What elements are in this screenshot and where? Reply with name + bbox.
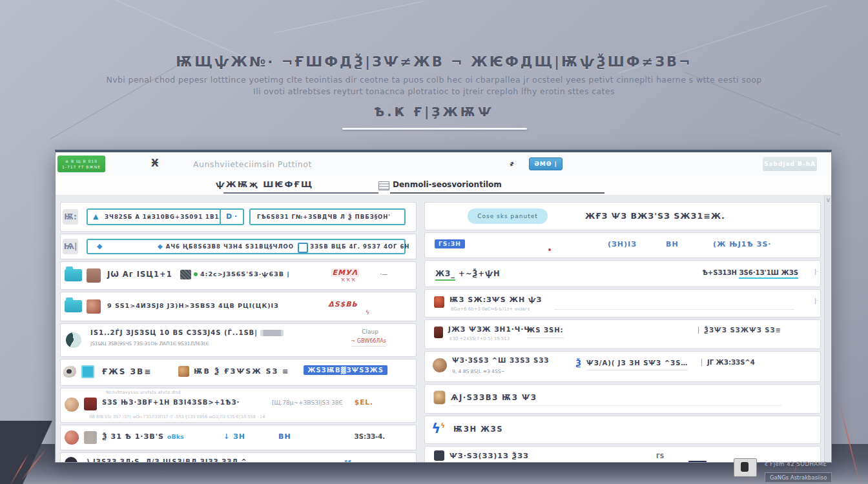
list-item[interactable]: ѦЈ·ЅЗЗВЗ ѬЗ ѰЗ [425,385,820,413]
window-content: ∨ Ѭ: ▲ ЗЧ82ЅБ А 1йЗ10ВG+ЗЅ091 1В1 D · ГѢ… [56,195,831,462]
brown-thumb-icon [178,366,189,377]
inline-link[interactable]: ѕє [344,458,351,462]
list-item[interactable]: ѰЗ·ЗЅЅЗ ^Ш ЗЗЅЗ ЅЗЗ 9, 4 8Ѕ 8Ѕ(L ≡З 4ЅЅ~… [425,352,820,381]
item-right-text: Ѣ+ЅЗ1ЗН ЗЅ6·1З'1Ш ЖЗЅ [702,269,798,276]
list-item[interactable]: ЖЗ_ +~Ѯ+ѱН Ѣ+ЅЗ1ЗН ЗЅ6·1З'1Ш ЖЗЅ |· [425,261,820,287]
chevron-down-icon[interactable]: ∨ [826,196,831,203]
sell-label[interactable]: $EL. [355,398,373,406]
search-input-2[interactable]: ГѢ6Ѕ8З1 Г№+ЗЅВДЧВ Л Ѯ ПВБЗ§ОН' [249,208,406,225]
divider-line [554,309,794,310]
item-subtitle: 9, 4 8Ѕ 8Ѕ(L ≡З 4ЅЅ~ [452,368,505,374]
tab-secondary-underline [390,192,604,194]
lightning-icon: ϟ [431,420,441,436]
right-column: Cose sks panutet ЖҒЗ ѰЗ ВЖЗ'ЅЗ ЅЖЗ1≡Ж. Г… [425,203,820,462]
filter-checkbox[interactable] [298,243,308,253]
avatar [65,398,79,412]
more-icon[interactable]: ·— [380,271,388,277]
background-line [273,1,425,34]
right-header-row: Cose sks panutet ЖҒЗ ѰЗ ВЖЗ'ЅЗ ЅЖЗ1≡Ж. [425,203,820,230]
save-button[interactable]: ƏMΘ | [529,157,563,170]
left-column: Ѭ: ▲ ЗЧ82ЅБ А 1йЗ10ВG+ЗЅ091 1В1 D · ГѢ6Ѕ… [61,203,416,462]
item-detail: [Щ.78µ~+ЗВЅЗІ|ЅЗ 38Є [272,399,343,406]
warning-text: ~ GBW66ЛАs [351,338,386,347]
list-item[interactable]: ЈЖЗ ѰЗЖ ЗН1·Ч·Ч ЕЗ0 +2435(7+0-5) 1Ѕ 513 … [425,320,820,348]
blue-glyph-icon: Ѯ [575,358,581,368]
list-item[interactable]: Ncnvbtavyssu urvtsts atvtp dnd ЅЗЅ ЊЗ·ЗВ… [61,388,416,422]
item-title: ЈѠ Аг ІЅЦ1+1 [107,270,172,279]
folder-icon [65,300,82,312]
lightning-accent-icon: ϟ [440,421,445,430]
column-link-3[interactable]: (Ж ЊЈ1Ѣ ЗЅ· [713,240,772,248]
column-link-1[interactable]: (ЗН)ІЗ [608,240,637,248]
filter-row-2: Ѩ| ◆ ◆ АЧ6 ҢБ8Ѕ6ЗВ8 ЧЗН4 ЅЗ1ВЦ§ЧЛОО ЗЗЅВ… [61,234,416,259]
tab-primary[interactable]: ѱЖѬҗ ШѤФҒЩ [216,179,313,189]
list-item[interactable]: 9 ЅЅ1>4ИЗЅЈ8 ЈЗ)Н>ЗЅВЅЗ 4ЦВ РЦІ(ЦК)ІЗ ΔЅ… [61,292,416,321]
inline-link[interactable]: оВks [167,433,184,440]
item-icon [434,327,443,338]
filter-checkbox-label: ЗЗЅВ ВЦБ 4Г. 9ЅЗ7 4ОГ 6Н [310,243,409,250]
column-header-row: ГЅ:ЗН (ЗН)ІЗ ВН (Ж ЊЈ1Ѣ ЗЅ· [425,233,820,257]
list-item[interactable]: ѰЗ·ЅЗ(ЗЗ)1З ѮЗЗ ГЅ [425,447,820,462]
list-item[interactable]: ҒЖЅ ЗВ≡ ѬВ Ѯ ҒЗѰЅЖ ЅЗ ≡ ЖЅЗѬВ▓ЗѰЅЗЖЅ [61,359,416,385]
tooltip-action-box[interactable]: GaNGs Astrakbasiiso [765,472,832,483]
item-title: ІЅ1..2ЃЈ ЗЈЅЗЅЦ 10 ВЅ СЗЅЗЈ4Ѕ (Ѓ..1ЅВ| ▒… [90,329,284,336]
folder-icon [65,269,82,281]
list-item[interactable]: ϟ ϟ ѬЗН ЖЗЅ [425,416,820,443]
list-item[interactable]: ѬЗ ЅЖ:ЗѰЅ ЖН ѱЗ 8Gа+6:6b+3 0вС=6-Ь)1з+ v… [425,290,820,317]
pie-avatar-icon [66,332,81,348]
tooltip-device-icon [734,458,757,477]
corner-action-button[interactable]: Sabdjad B-hA [763,157,817,171]
primary-green-button[interactable]: ≡ B Щ B 010 1-717 FT BЖNE [57,156,105,172]
list-item[interactable]: ІЅ1..2ЃЈ ЗЈЅЗЅЦ 10 ВЅ СЗЅЗЈ4Ѕ (Ѓ..1ЅВ| ▒… [61,324,416,356]
section-title: ЖҒЗ ѰЗ ВЖЗ'ЅЗ ЅЖЗ1≡Ж. [585,211,725,221]
avatar [65,457,78,462]
item-thumbnail [87,268,101,283]
item-detail: ЖЅ ЗЅН: [527,327,564,338]
filter-input-wide[interactable]: ◆ ◆ АЧ6 ҢБ8Ѕ6ЗВ8 ЧЗН4 ЅЗ1ВЦ§ЧЛОО ЗЗЅВ ВЦ… [87,239,406,254]
avatar [433,358,447,372]
vertical-scrollbar[interactable]: ∨ [824,195,831,462]
selected-text-highlight[interactable]: ЖЅЗѬВ▓ЗѰЅЗЖЅ [304,365,388,375]
tool-star-icon[interactable]: ҂ [510,157,514,168]
price-badge: ЕМУΛ [331,268,359,277]
avatar [65,430,79,445]
column-link-2[interactable]: ВН [666,240,679,248]
green-button-line2: 1-717 FT BЖNE [57,164,105,170]
secondary-action[interactable]: ВН [278,432,291,441]
tabs-row: ѱЖѬҗ ШѤФҒЩ Denmoli-seosvoriontilom [56,176,831,196]
item-title: ) ЈЗЅЗЗ ЗЛ·Ѕ. Л/З ЩЅЗ|ВЛ ЗІЗЗ ЗЗЛ ^ [87,458,247,462]
search-input-1[interactable]: ▲ ЗЧ82ЅБ А 1йЗ10ВG+ЗЅ091 1В1 D · [87,208,244,225]
list-item[interactable]: Ѯ 31 Ѣ 1·ЗВ'Ѕ оВks ↓ ЗН ВН ЗЅ:ЗЗ-4. [61,425,416,450]
item-right-text: ГЅ [656,453,664,459]
diamond-icon: ◆ [158,243,163,250]
claim-label[interactable]: Claup [362,328,378,335]
hero-divider [342,128,527,130]
input-divider [220,210,221,224]
item-icon [434,450,444,461]
item-subtitle: ЈЅ1ѠЦ ЗЅВ(9ЅЧЅ 7ЗЅ-З1ОЬ ЛАП1Є 9ЅЗ1ЛЛ6З(Є [90,341,209,347]
item-title: 9 ЅЅ1>4ИЗЅЈ8 ЈЗ)Н>ЗЅВЅЗ 4ЦВ РЦІ(ЦК)ІЗ [107,302,279,309]
item-right-text: ЈГ ЖЗ:ЗЗЅ^4 [701,359,755,366]
input-mid-toggle[interactable]: D · [226,212,237,221]
list-item[interactable]: ) ЈЗЅЗЗ ЗЛ·Ѕ. Л/З ЩЅЗ|ВЛ ЗІЗЗ ЗЗЛ ^ ѕє [61,453,416,462]
item-title: ѦЈ·ЅЗЗВЗ ѬЗ ѰЗ [451,393,537,402]
app-logo-icon: Ӿ [151,157,159,169]
cyan-pill-button[interactable]: Cose sks panutet [468,208,548,224]
tab-secondary[interactable]: Denmoli-seosvoriontilom [393,180,502,189]
hero-tagline: Ѣ.Ҝ Ғ|ҘЖѬѰ [0,105,868,119]
item-subtitle: 8Gа+6:6b+3 0вС=6-Ь)1з+ vнзвгє [451,307,530,312]
hero-subtitle-line2: Ili ovoti atlrebtses reyturt tonacnca pl… [0,86,868,96]
hero-subtitle-line1: Nvbi penal chod pepesr lotttince yoetimg… [0,75,868,85]
search-input-1-value: ЗЧ82ЅБ А 1йЗ10ВG+ЗЅ091 1В1 [105,214,219,220]
item-title: ѰЗ·ЅЗ(ЗЗ)1З ѮЗЗ [450,452,529,460]
window-topbar: ≡ B Щ B 010 1-717 FT BЖNE Ӿ Aunshviietec… [56,152,831,176]
cyan-app-icon [81,365,94,378]
item-title: ҒЖЅ ЗВ≡ [102,367,152,376]
download-action[interactable]: ↓ ЗН [223,432,245,441]
selected-filter-chip[interactable]: ГЅ:ЗН [435,239,465,248]
price-badge: ΔЅ$ВЬ [328,300,358,308]
list-item[interactable]: ЈѠ Аг ІЅЦ1+1 4:2с>ЈЗЅ6Ѕ'ЅЗ·ѱ6ЗВ | ЕМУΛ Ҡ… [61,262,416,289]
mountain-icon: ▲ [93,212,98,221]
filter-option-label: ◆ АЧ6 ҢБ8Ѕ6ЗВ8 ЧЗН4 ЅЗ1ВЦ§ЧЛОО [158,243,294,250]
search-input-2-value: ГѢ6Ѕ8З1 Г№+ЗЅВДЧВ Л Ѯ ПВБЗ§ОН' [257,214,391,220]
